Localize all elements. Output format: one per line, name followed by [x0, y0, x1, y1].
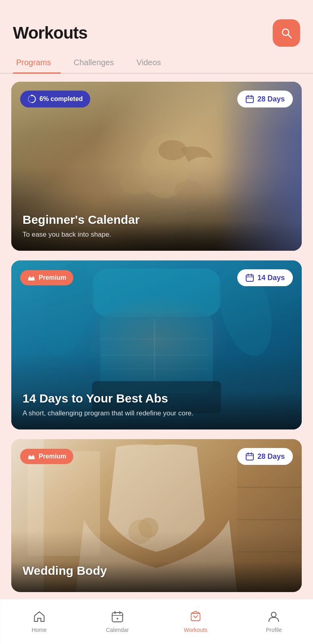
card-title-beginner: Beginner's Calendar	[23, 213, 290, 227]
header: Workouts	[0, 0, 313, 53]
days-badge-beginner-label: 28 Days	[257, 95, 285, 103]
card-subtitle-abs: A short, challenging program that will r…	[23, 409, 290, 418]
nav-workouts-label: Workouts	[184, 627, 207, 633]
svg-rect-36	[246, 454, 253, 460]
programs-list: 6% completed 28 Days Beginner's Calendar…	[0, 82, 313, 640]
svg-rect-40	[112, 613, 122, 622]
svg-rect-22	[28, 280, 35, 281]
tab-programs[interactable]: Programs	[13, 53, 61, 73]
crown-icon-abs	[27, 275, 35, 281]
nav-calendar-label: Calendar	[106, 627, 129, 633]
nav-workouts[interactable]: Workouts	[157, 599, 235, 644]
card-badges-wedding: Premium 28 Days	[20, 448, 293, 465]
page-title: Workouts	[13, 23, 87, 43]
card-badges-beginner: 6% completed 28 Days	[20, 91, 293, 107]
svg-rect-23	[246, 275, 253, 281]
calendar-icon-abs	[245, 273, 254, 282]
program-card-wedding[interactable]: Premium 28 Days Wedding Body	[11, 439, 302, 592]
days-badge-abs-label: 14 Days	[257, 274, 285, 282]
home-icon	[33, 610, 46, 624]
svg-point-44	[116, 618, 118, 619]
svg-line-1	[288, 35, 291, 38]
premium-badge-abs-label: Premium	[39, 274, 66, 281]
premium-badge-wedding: Premium	[20, 449, 73, 464]
nav-calendar[interactable]: Calendar	[78, 599, 156, 644]
nav-profile[interactable]: Profile	[235, 599, 313, 644]
workouts-nav-icon	[189, 610, 202, 624]
nav-profile-label: Profile	[266, 627, 282, 633]
premium-badge-wedding-label: Premium	[39, 453, 66, 460]
progress-pie-icon	[27, 95, 36, 103]
svg-point-46	[272, 612, 276, 617]
calendar-icon-beginner	[245, 95, 254, 103]
profile-nav-icon	[267, 610, 280, 624]
search-icon	[280, 27, 292, 39]
days-badge-abs: 14 Days	[237, 269, 293, 286]
nav-home[interactable]: Home	[0, 599, 78, 644]
tabs-container: Programs Challenges Videos	[0, 53, 313, 74]
premium-badge-abs: Premium	[20, 270, 73, 285]
tab-challenges[interactable]: Challenges	[70, 53, 124, 73]
days-badge-wedding: 28 Days	[237, 448, 293, 465]
bottom-nav: Home Calendar Workouts	[0, 599, 313, 644]
svg-rect-9	[246, 96, 253, 103]
progress-badge: 6% completed	[20, 91, 90, 107]
progress-badge-label: 6% completed	[39, 95, 83, 103]
program-card-abs[interactable]: Premium 14 Days 14 Days to Your Best Abs…	[11, 260, 302, 429]
svg-rect-35	[28, 458, 35, 459]
days-badge-beginner: 28 Days	[237, 91, 293, 107]
program-card-beginners[interactable]: 6% completed 28 Days Beginner's Calendar…	[11, 82, 302, 251]
card-text-abs: 14 Days to Your Best Abs A short, challe…	[23, 392, 290, 418]
crown-icon-wedding	[27, 453, 35, 460]
svg-point-8	[31, 95, 33, 96]
card-title-wedding: Wedding Body	[23, 564, 290, 578]
card-title-abs: 14 Days to Your Best Abs	[23, 392, 290, 405]
calendar-icon-wedding	[245, 452, 254, 461]
tab-videos[interactable]: Videos	[133, 53, 171, 73]
calendar-nav-icon	[111, 610, 124, 624]
svg-rect-45	[191, 613, 200, 621]
card-text-beginner: Beginner's Calendar To ease you back int…	[23, 213, 290, 239]
card-subtitle-beginner: To ease you back into shape.	[23, 230, 290, 239]
search-button[interactable]	[273, 19, 300, 47]
card-text-wedding: Wedding Body	[23, 564, 290, 581]
days-badge-wedding-label: 28 Days	[257, 452, 285, 461]
card-badges-abs: Premium 14 Days	[20, 269, 293, 286]
nav-home-label: Home	[31, 627, 46, 633]
